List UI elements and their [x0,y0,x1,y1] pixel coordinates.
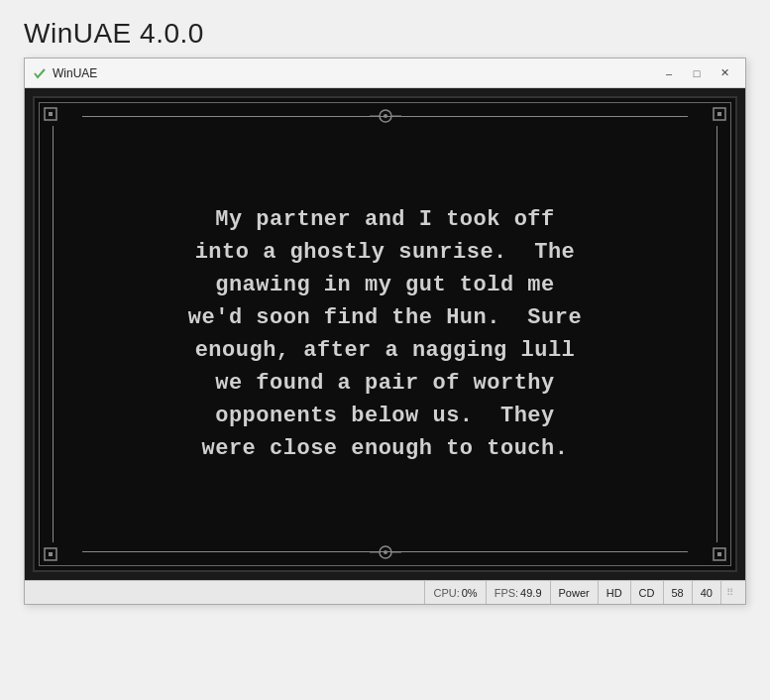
desktop-title-area: WinUAE 4.0.0 [0,0,770,58]
fps-value: 49.9 [520,587,541,599]
window-titlebar: WinUAE – □ ✕ [25,58,745,88]
svg-rect-4 [45,548,56,560]
num1-value: 58 [672,587,684,599]
svg-point-13 [384,550,387,554]
center-deco-bottom [370,542,401,562]
corner-tr [696,106,727,138]
resize-handle[interactable]: ⠿ [721,581,737,605]
window-title-text: WinUAE [53,66,97,80]
svg-rect-5 [49,552,53,556]
svg-point-8 [380,110,391,122]
num2-status: 40 [693,581,721,604]
winuae-window: WinUAE – □ ✕ [24,58,746,605]
hd-label: HD [606,587,622,599]
svg-rect-6 [714,548,725,560]
cpu-value: 0% [462,587,478,599]
border-line-bottom [82,551,688,552]
app-title: WinUAE 4.0.0 [24,18,746,50]
cd-label: CD [639,587,655,599]
svg-rect-1 [49,112,53,116]
corner-br [696,530,727,562]
status-bar: CPU: 0% FPS: 49.9 Power HD CD 58 40 ⠿ [25,580,745,604]
power-label: Power [559,587,590,599]
border-line-top [82,116,688,117]
corner-bl [43,530,74,562]
border-line-left [53,126,54,542]
num1-status: 58 [664,581,693,604]
winuae-app-icon [33,66,47,80]
fps-status: FPS: 49.9 [487,581,551,604]
num2-value: 40 [701,587,713,599]
titlebar-left: WinUAE [33,66,97,80]
svg-rect-7 [717,552,721,556]
emulator-screen: My partner and I took off into a ghostly… [25,88,745,604]
power-status: Power [551,581,599,604]
close-button[interactable]: ✕ [712,63,737,83]
cpu-label: CPU: [433,587,459,599]
svg-rect-0 [45,108,56,120]
game-story-text: My partner and I took off into a ghostly… [129,164,641,505]
fps-label: FPS: [495,587,518,599]
svg-point-9 [384,114,387,118]
screen-content[interactable]: My partner and I took off into a ghostly… [33,96,737,572]
border-line-right [716,126,717,542]
corner-tl [43,106,74,138]
minimize-button[interactable]: – [656,63,682,83]
hd-status: HD [599,581,631,604]
center-deco-top [370,106,401,126]
cd-status: CD [631,581,664,604]
svg-rect-2 [714,108,725,120]
cpu-status: CPU: 0% [424,581,486,604]
svg-point-12 [380,546,391,558]
svg-rect-3 [717,112,721,116]
window-controls: – □ ✕ [656,63,737,83]
maximize-button[interactable]: □ [684,63,710,83]
